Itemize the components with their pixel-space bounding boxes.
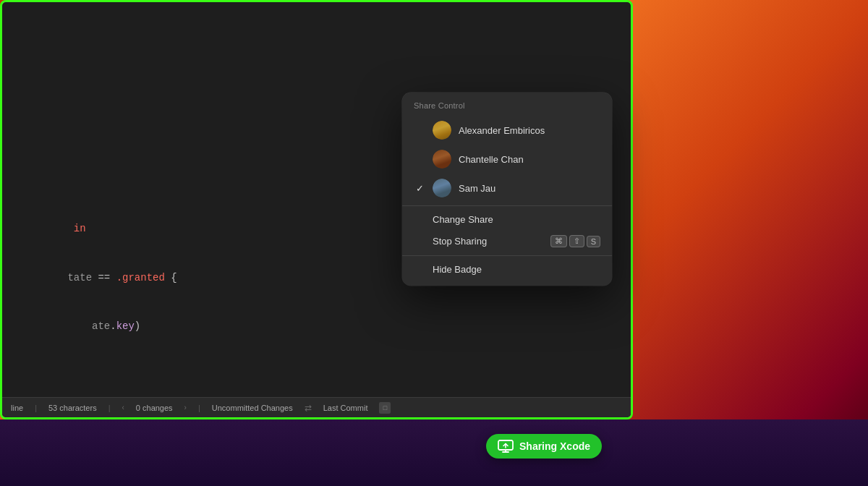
divider-1 <box>402 205 612 206</box>
status-last-commit: Last Commit <box>323 404 368 412</box>
source-control-icon[interactable]: □ <box>379 402 391 414</box>
menu-item-change-share[interactable]: Change Share <box>402 209 612 230</box>
shortcut-stop-sharing: ⌘ ⇧ S <box>550 235 600 247</box>
menu-item-alexander[interactable]: Alexander Embiricos <box>402 116 612 145</box>
status-div-2: | <box>109 404 111 412</box>
checkmark-sj: ✓ <box>414 183 425 194</box>
share-control-menu: Share Control Alexander Embiricos Chante… <box>402 93 612 286</box>
avatar-sj <box>433 179 451 197</box>
paren-close: ) <box>135 320 140 332</box>
status-bar: line | 53 characters | ‹ 0 changes › | U… <box>2 397 633 417</box>
status-div-1: | <box>35 404 37 412</box>
status-line: line <box>11 404 23 412</box>
menu-item-sam[interactable]: ✓ Sam Jau <box>402 174 612 202</box>
menu-title: Share Control <box>402 98 612 116</box>
bottom-bar-area <box>0 419 868 486</box>
avatar-cc <box>433 150 451 169</box>
action-change-share: Change Share <box>433 214 600 225</box>
divider-2 <box>402 255 612 256</box>
status-div-3: | <box>198 404 200 412</box>
var-state: tate <box>67 272 92 284</box>
participant-name-ae: Alexander Embiricos <box>459 125 600 136</box>
status-uncommitted: Uncommitted Changes <box>212 404 293 412</box>
participant-name-cc: Chantelle Chan <box>459 154 600 165</box>
swap-icon: ⇄ <box>305 403 312 413</box>
brace-open: { <box>165 272 177 284</box>
sharing-label: Sharing Xcode <box>519 440 590 452</box>
keyword-in: in <box>67 223 85 234</box>
menu-item-chantelle[interactable]: Chantelle Chan <box>402 145 612 174</box>
participant-name-sj: Sam Jau <box>459 183 600 194</box>
avatar-ae <box>433 121 451 140</box>
status-chars: 53 characters <box>48 404 97 412</box>
nav-next[interactable]: › <box>184 404 187 412</box>
prop-key: key <box>116 320 135 332</box>
key-s: S <box>587 236 600 247</box>
menu-item-hide-badge[interactable]: Hide Badge <box>402 259 612 280</box>
action-stop-sharing: Stop Sharing <box>433 236 543 247</box>
var-ate: ate <box>67 320 110 332</box>
screen-share-icon <box>498 440 514 453</box>
sharing-xcode-button[interactable]: Sharing Xcode <box>486 434 602 459</box>
nav-prev[interactable]: ‹ <box>122 404 124 412</box>
keyword-granted: .granted <box>116 272 165 284</box>
dot: . <box>110 320 116 332</box>
menu-item-stop-sharing[interactable]: Stop Sharing ⌘ ⇧ S <box>402 230 612 252</box>
code-line-3: ate.key) <box>31 302 616 350</box>
key-shift: ⇧ <box>569 235 584 247</box>
action-hide-badge: Hide Badge <box>433 264 600 275</box>
key-cmd: ⌘ <box>550 235 567 247</box>
status-changes: 0 changes <box>136 404 173 412</box>
